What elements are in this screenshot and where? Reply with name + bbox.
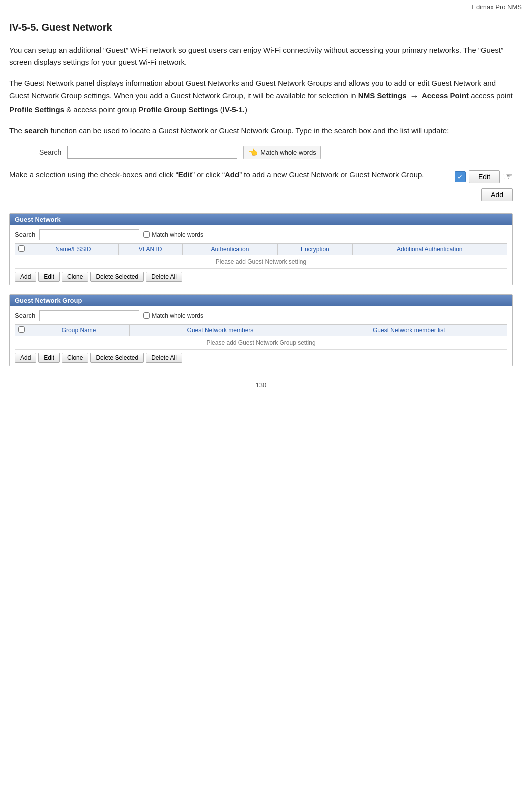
panel1-table: Name/ESSID VLAN ID Authentication Encryp… bbox=[15, 243, 507, 269]
main-content: IV-5-5. Guest Network You can setup an a… bbox=[0, 13, 531, 419]
panel2-add-btn[interactable]: Add bbox=[15, 353, 36, 363]
panel2-clone-btn[interactable]: Clone bbox=[62, 353, 88, 363]
panel1-buttons: Add Edit Clone Delete Selected Delete Al… bbox=[15, 272, 507, 282]
add-button-row: Add bbox=[481, 188, 513, 201]
page-footer: 130 bbox=[9, 381, 513, 399]
match-whole-words-label: Match whole words bbox=[260, 149, 316, 156]
panel1-empty-row: Please add Guest Network setting bbox=[15, 255, 507, 268]
arrow-icon: → bbox=[410, 89, 419, 104]
panel2-buttons: Add Edit Clone Delete Selected Delete Al… bbox=[15, 353, 507, 363]
panel1-match-row: Match whole words bbox=[143, 231, 203, 238]
panel2-table: Group Name Guest Network members Guest N… bbox=[15, 324, 507, 350]
panel1-empty-message: Please add Guest Network setting bbox=[15, 255, 507, 268]
panel2-col-memberlist: Guest Network member list bbox=[311, 324, 507, 336]
panel2-body: Search Match whole words Group Name Gues… bbox=[10, 306, 512, 366]
panel1-clone-btn[interactable]: Clone bbox=[62, 272, 88, 282]
cursor-hand-icon: ☞ bbox=[503, 170, 513, 183]
panel1-delete-selected-btn[interactable]: Delete Selected bbox=[90, 272, 144, 282]
edit-add-text: Make a selection using the check-boxes a… bbox=[9, 168, 440, 181]
panel1-search-input[interactable] bbox=[39, 229, 139, 240]
panel2-header: Guest Network Group bbox=[10, 295, 512, 306]
match-whole-words-button[interactable]: 👈 Match whole words bbox=[243, 146, 320, 159]
panel2-col-checkbox bbox=[15, 324, 28, 336]
panel1-col-auth: Authentication bbox=[182, 243, 278, 255]
panel1-delete-all-btn[interactable]: Delete All bbox=[146, 272, 182, 282]
panel1-col-enc: Encryption bbox=[278, 243, 352, 255]
checkbox-checked-icon: ✓ bbox=[455, 171, 466, 182]
add-button[interactable]: Add bbox=[481, 188, 513, 201]
panel1-body: Search Match whole words Name/ESSID VLAN… bbox=[10, 225, 512, 285]
search-demo-label: Search bbox=[39, 148, 61, 156]
panel2-empty-message: Please add Guest Network Group setting bbox=[15, 336, 507, 349]
cursor-icon: 👈 bbox=[248, 148, 258, 157]
guest-network-group-panel: Guest Network Group Search Match whole w… bbox=[9, 294, 513, 366]
panel1-thead: Name/ESSID VLAN ID Authentication Encryp… bbox=[15, 243, 507, 255]
panel2-col-groupname: Group Name bbox=[28, 324, 130, 336]
panel2-select-all[interactable] bbox=[18, 326, 25, 333]
panel2-edit-btn[interactable]: Edit bbox=[38, 353, 60, 363]
guest-network-panel: Guest Network Search Match whole words N… bbox=[9, 213, 513, 285]
panel1-col-checkbox bbox=[15, 243, 28, 255]
panel1-header: Guest Network bbox=[10, 214, 512, 225]
panel1-col-vlan: VLAN ID bbox=[118, 243, 182, 255]
page-title: IV-5-5. Guest Network bbox=[9, 22, 513, 33]
panel1-add-btn[interactable]: Add bbox=[15, 272, 36, 282]
edit-button-row: ✓ Edit ☞ bbox=[455, 170, 513, 183]
panel1-col-name: Name/ESSID bbox=[28, 243, 119, 255]
panel2-match-row: Match whole words bbox=[143, 312, 203, 319]
paragraph-3: The search function can be used to locat… bbox=[9, 125, 513, 137]
paragraph-2: The Guest Network panel displays informa… bbox=[9, 77, 513, 116]
panel2-search-input[interactable] bbox=[39, 310, 139, 321]
panel2-tbody: Please add Guest Network Group setting bbox=[15, 336, 507, 349]
panel1-match-label: Match whole words bbox=[152, 231, 203, 238]
app-name: Edimax Pro NMS bbox=[472, 3, 522, 11]
search-demo-input[interactable] bbox=[67, 146, 237, 159]
search-demo-row: Search 👈 Match whole words bbox=[39, 146, 513, 159]
panel2-delete-selected-btn[interactable]: Delete Selected bbox=[90, 353, 144, 363]
panel1-tbody: Please add Guest Network setting bbox=[15, 255, 507, 268]
panel2-search-row: Search Match whole words bbox=[15, 310, 507, 321]
edit-add-section: Make a selection using the check-boxes a… bbox=[9, 168, 513, 201]
page-number: 130 bbox=[256, 381, 267, 389]
panel1-select-all[interactable] bbox=[18, 245, 25, 252]
app-header: Edimax Pro NMS bbox=[0, 0, 531, 13]
paragraph-1: You can setup an additional “Guest” Wi-F… bbox=[9, 44, 513, 68]
edit-add-buttons: ✓ Edit ☞ Add bbox=[455, 170, 513, 201]
panel2-col-members: Guest Network members bbox=[130, 324, 311, 336]
panel2-match-label: Match whole words bbox=[152, 312, 203, 319]
panel2-match-checkbox[interactable] bbox=[143, 312, 150, 319]
panel2-delete-all-btn[interactable]: Delete All bbox=[146, 353, 182, 363]
panel1-match-checkbox[interactable] bbox=[143, 231, 150, 238]
panel2-empty-row: Please add Guest Network Group setting bbox=[15, 336, 507, 349]
panel1-search-row: Search Match whole words bbox=[15, 229, 507, 240]
panel1-col-addauth: Additional Authentication bbox=[352, 243, 507, 255]
panel2-search-label: Search bbox=[15, 312, 35, 319]
edit-button[interactable]: Edit bbox=[469, 170, 500, 183]
panel1-edit-btn[interactable]: Edit bbox=[38, 272, 60, 282]
panel2-header-row: Group Name Guest Network members Guest N… bbox=[15, 324, 507, 336]
panel1-header-row: Name/ESSID VLAN ID Authentication Encryp… bbox=[15, 243, 507, 255]
panel1-search-label: Search bbox=[15, 231, 35, 238]
panel2-thead: Group Name Guest Network members Guest N… bbox=[15, 324, 507, 336]
